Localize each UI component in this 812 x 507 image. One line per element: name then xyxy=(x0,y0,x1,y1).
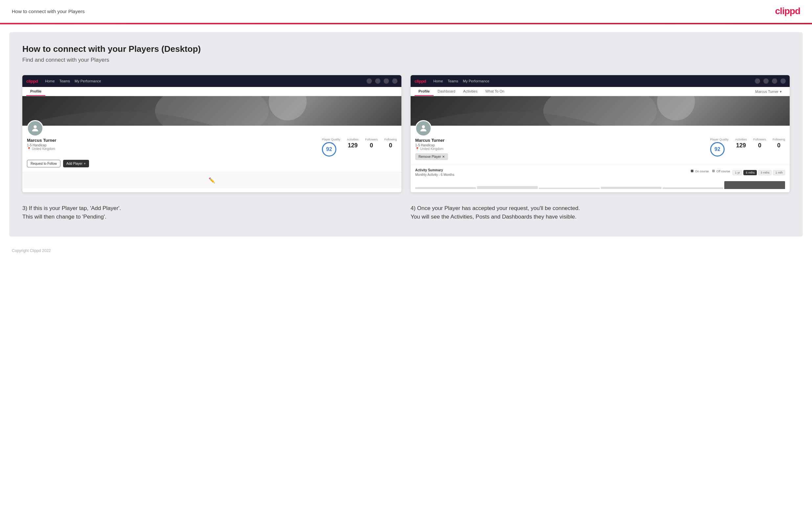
search-icon-left[interactable] xyxy=(367,78,372,84)
close-icon-remove: ✕ xyxy=(442,155,445,159)
request-follow-button[interactable]: Request to Follow xyxy=(27,160,60,167)
svg-point-0 xyxy=(34,125,37,128)
chart-bar-6 xyxy=(724,181,785,189)
profile-info-left: Marcus Turner 1-5 Handicap 📍 United King… xyxy=(27,138,397,157)
add-player-button[interactable]: Add Player + xyxy=(63,160,89,167)
mock-navbar-left: clippd Home Teams My Performance xyxy=(22,75,401,87)
following-label-right: Following xyxy=(773,138,785,141)
mock-logo-left: clippd xyxy=(26,79,38,84)
period-1mth[interactable]: 1 mth xyxy=(773,170,785,175)
player-dropdown-label: Marcus Turner xyxy=(755,90,778,94)
stat-activities-right: Activities 129 xyxy=(735,138,747,149)
following-label-left: Following xyxy=(384,138,397,141)
tab-profile-right[interactable]: Profile xyxy=(414,87,434,96)
activity-legend-right: On course Off course xyxy=(691,170,730,173)
nav-teams-left[interactable]: Teams xyxy=(59,79,70,83)
chart-bar-2 xyxy=(477,186,538,189)
scroll-icon-left: ✏️ xyxy=(209,177,215,183)
nav-myperformance-right[interactable]: My Performance xyxy=(463,79,490,83)
player-location-right: 📍 United Kingdom xyxy=(415,147,448,151)
location-icon-right: 📍 xyxy=(415,147,419,151)
profile-section-right: Marcus Turner 1-5 Handicap 📍 United King… xyxy=(411,126,790,165)
player-stats-right: Player Quality 92 Activities 129 Followe… xyxy=(710,138,785,157)
chart-bar-1 xyxy=(415,187,476,189)
globe-icon-right[interactable] xyxy=(780,78,786,84)
nav-home-left[interactable]: Home xyxy=(45,79,55,83)
remove-player-button[interactable]: Remove Player ✕ xyxy=(415,153,448,160)
period-1yr[interactable]: 1 yr xyxy=(732,170,742,175)
tab-dashboard-right[interactable]: Dashboard xyxy=(434,87,459,96)
caption-4-text: 4) Once your Player has accepted your re… xyxy=(411,204,790,221)
clippd-logo: clippd xyxy=(775,6,800,16)
globe-icon-left[interactable] xyxy=(392,78,398,84)
copyright-text: Copyright Clippd 2022 xyxy=(12,248,51,253)
mock-logo-right: clippd xyxy=(414,79,426,84)
activities-value-left: 129 xyxy=(347,142,359,149)
page-heading: How to connect with your Players (Deskto… xyxy=(22,44,790,54)
activity-chart-right xyxy=(415,179,785,189)
chart-bar-5 xyxy=(663,187,723,189)
top-bar: How to connect with your Players clippd xyxy=(0,0,812,23)
following-value-left: 0 xyxy=(384,142,397,149)
nav-home-right[interactable]: Home xyxy=(433,79,443,83)
avatar-right xyxy=(415,120,432,136)
following-value-right: 0 xyxy=(773,142,785,149)
user-icon-left[interactable] xyxy=(375,78,380,84)
player-details-right: Marcus Turner 1-5 Handicap 📍 United King… xyxy=(415,138,448,160)
period-3mths[interactable]: 3 mths xyxy=(758,170,772,175)
tab-profile-left[interactable]: Profile xyxy=(26,87,45,96)
quality-circle-right: 92 xyxy=(710,142,725,157)
user-icon-right[interactable] xyxy=(763,78,769,84)
player-name-left: Marcus Turner xyxy=(27,138,56,143)
offcourse-label: Off course xyxy=(716,170,730,173)
followers-label-right: Followers xyxy=(753,138,766,141)
player-details-left: Marcus Turner 1-5 Handicap 📍 United King… xyxy=(27,138,56,151)
profile-info-right: Marcus Turner 1-5 Handicap 📍 United King… xyxy=(415,138,785,160)
followers-value-left: 0 xyxy=(365,142,378,149)
player-location-left: 📍 United Kingdom xyxy=(27,147,56,151)
period-pills-right: 1 yr 6 mths 3 mths 1 mth xyxy=(732,170,785,175)
legend-offcourse: Off course xyxy=(712,170,730,173)
tab-player-dropdown-right[interactable]: Marcus Turner ▾ xyxy=(751,87,786,96)
stat-quality-right: Player Quality 92 xyxy=(710,138,728,157)
screenshot-right: clippd Home Teams My Performance Profile… xyxy=(411,75,790,192)
player-stats-left: Player Quality 92 Activities 129 Followe… xyxy=(322,138,397,157)
legend-oncourse: On course xyxy=(691,170,709,173)
mock-tabs-left: Profile xyxy=(22,87,401,96)
location-text-right: United Kingdom xyxy=(420,147,444,151)
tab-activities-right[interactable]: Activities xyxy=(459,87,481,96)
settings-icon-right[interactable] xyxy=(772,78,777,84)
mock-navbar-right: clippd Home Teams My Performance xyxy=(411,75,790,87)
stat-following-left: Following 0 xyxy=(384,138,397,149)
activity-summary-right: Activity Summary Monthly Activity - 6 Mo… xyxy=(411,165,790,192)
captions-section: 3) If this is your Player tap, 'Add Play… xyxy=(22,204,790,221)
tab-whattoon-right[interactable]: What To On xyxy=(481,87,508,96)
period-6mths[interactable]: 6 mths xyxy=(743,170,757,175)
nav-myperformance-left[interactable]: My Performance xyxy=(74,79,101,83)
plus-icon: + xyxy=(84,162,86,165)
settings-icon-left[interactable] xyxy=(384,78,389,84)
activity-header-right: Activity Summary Monthly Activity - 6 Mo… xyxy=(415,168,785,177)
location-icon-left: 📍 xyxy=(27,147,31,151)
player-name-right: Marcus Turner xyxy=(415,138,448,143)
svg-point-1 xyxy=(422,125,425,128)
stat-activities-left: Activities 129 xyxy=(347,138,359,149)
stat-followers-right: Followers 0 xyxy=(753,138,766,149)
remove-player-label: Remove Player xyxy=(418,155,441,159)
hero-image-left xyxy=(22,96,401,126)
followers-value-right: 0 xyxy=(753,142,766,149)
offcourse-dot xyxy=(712,170,715,172)
scroll-hint-left: ✏️ xyxy=(22,172,401,188)
hero-overlay-right xyxy=(411,96,790,126)
chevron-down-icon-right: ▾ xyxy=(780,90,782,94)
profile-section-left: Marcus Turner 1-5 Handicap 📍 United King… xyxy=(22,126,401,172)
followers-label-left: Followers xyxy=(365,138,378,141)
location-text-left: United Kingdom xyxy=(32,147,55,151)
player-handicap-right: 1-5 Handicap xyxy=(415,144,448,147)
search-icon-right[interactable] xyxy=(755,78,760,84)
hero-image-right xyxy=(411,96,790,126)
nav-teams-right[interactable]: Teams xyxy=(448,79,458,83)
caption-3-text: 3) If this is your Player tap, 'Add Play… xyxy=(22,204,401,221)
quality-label-left: Player Quality xyxy=(322,138,340,141)
activities-value-right: 129 xyxy=(735,142,747,149)
